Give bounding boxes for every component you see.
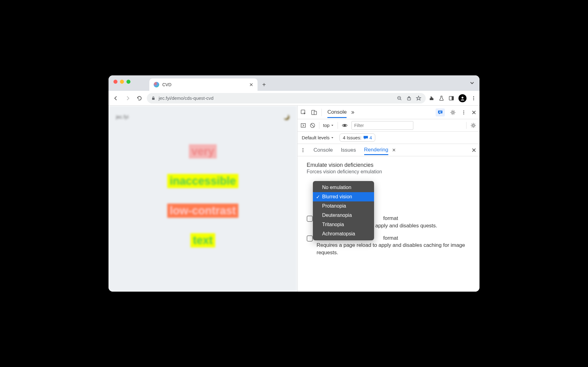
svg-point-17 bbox=[463, 113, 464, 114]
svg-rect-12 bbox=[439, 112, 441, 112]
inspect-icon[interactable] bbox=[300, 109, 307, 116]
vision-deficiency-title: Emulate vision deficiencies bbox=[307, 162, 470, 168]
format-checkbox-1[interactable] bbox=[307, 216, 313, 222]
page-viewport: jec.fyi 🌙 very inaccessible low-contrast… bbox=[109, 106, 297, 292]
option-protanopia[interactable]: Protanopia bbox=[313, 201, 374, 211]
drawer-menu-icon[interactable] bbox=[300, 148, 305, 153]
svg-rect-4 bbox=[452, 96, 454, 100]
svg-point-6 bbox=[473, 96, 474, 97]
sample-words: very inaccessible low-contrast text bbox=[167, 144, 238, 247]
svg-point-7 bbox=[473, 98, 474, 99]
format-checkbox-2[interactable] bbox=[307, 235, 313, 242]
tab-strip: CVD ✕ + bbox=[109, 75, 479, 91]
url-path: /demo/cds-quest-cvd bbox=[170, 95, 213, 101]
svg-point-8 bbox=[473, 99, 474, 100]
close-window-button[interactable] bbox=[113, 80, 117, 84]
word-text: text bbox=[190, 233, 215, 247]
omnibox-actions bbox=[397, 95, 421, 101]
drawer-tab-console[interactable]: Console bbox=[313, 147, 333, 153]
svg-point-24 bbox=[303, 151, 304, 152]
rendering-panel: Emulate vision deficiencies Forces visio… bbox=[297, 156, 479, 292]
profile-avatar[interactable] bbox=[458, 94, 467, 102]
vision-deficiency-desc: Forces vision deficiency emulation bbox=[307, 169, 470, 175]
url-host: jec.fyi bbox=[159, 95, 170, 101]
device-toggle-icon[interactable] bbox=[311, 109, 317, 116]
theme-toggle[interactable]: 🌙 bbox=[283, 114, 290, 120]
messages-icon[interactable] bbox=[436, 108, 445, 116]
option-no-emulation[interactable]: No emulation bbox=[313, 183, 374, 192]
word-very: very bbox=[189, 144, 217, 158]
svg-rect-13 bbox=[439, 112, 441, 113]
close-rendering-tab-icon[interactable]: ✕ bbox=[392, 147, 396, 153]
lock-icon bbox=[151, 96, 156, 100]
drawer-tabs: Console Issues Rendering ✕ bbox=[297, 144, 479, 156]
favicon bbox=[154, 82, 159, 87]
browser-tab[interactable]: CVD ✕ bbox=[149, 78, 258, 91]
more-panels-icon[interactable] bbox=[351, 110, 356, 115]
svg-point-23 bbox=[303, 150, 304, 150]
site-label: jec.fyi bbox=[116, 114, 129, 120]
menu-icon[interactable] bbox=[471, 95, 476, 101]
live-expression-icon[interactable] bbox=[342, 122, 348, 129]
option-deuteranopia[interactable]: Deuteranopia bbox=[313, 211, 374, 220]
maximize-window-button[interactable] bbox=[126, 80, 130, 84]
close-devtools-icon[interactable] bbox=[471, 110, 476, 115]
browser-window: CVD ✕ + jec.fyi/demo/cds-quest-cvd bbox=[109, 75, 479, 292]
forward-button[interactable] bbox=[123, 94, 132, 103]
sidepanel-icon[interactable] bbox=[449, 95, 454, 101]
minimize-window-button[interactable] bbox=[120, 80, 124, 84]
context-selector[interactable]: top bbox=[323, 123, 334, 128]
settings-icon[interactable] bbox=[450, 109, 456, 116]
word-low-contrast: low-contrast bbox=[167, 204, 238, 218]
browser-actions bbox=[429, 94, 476, 102]
clear-console-icon[interactable] bbox=[310, 123, 315, 128]
devtools-toolbar: Console bbox=[297, 106, 479, 119]
toolbar: jec.fyi/demo/cds-quest-cvd bbox=[109, 91, 479, 106]
svg-point-16 bbox=[463, 112, 464, 113]
console-toolbar: top bbox=[297, 119, 479, 132]
tab-title: CVD bbox=[162, 82, 246, 87]
share-icon[interactable] bbox=[407, 96, 411, 101]
option-blurred-vision[interactable]: Blurred vision bbox=[313, 192, 374, 201]
console-subtoolbar: Default levels 4 Issues: 4 bbox=[297, 132, 479, 144]
panel-console[interactable]: Console bbox=[327, 107, 347, 118]
svg-point-5 bbox=[462, 97, 463, 99]
issues-label: 4 Issues: bbox=[343, 135, 361, 140]
drawer-tab-issues[interactable]: Issues bbox=[341, 147, 356, 153]
close-drawer-icon[interactable] bbox=[471, 148, 476, 153]
window-controls bbox=[113, 80, 130, 84]
issues-badge: 4 bbox=[363, 135, 372, 140]
devtools-menu-icon[interactable] bbox=[461, 110, 467, 115]
drawer-tab-rendering[interactable]: Rendering bbox=[364, 145, 388, 155]
option-achromatopsia[interactable]: Achromatopsia bbox=[313, 229, 374, 238]
close-tab-icon[interactable]: ✕ bbox=[249, 82, 253, 88]
new-tab-button[interactable]: + bbox=[259, 81, 269, 91]
console-settings-icon[interactable] bbox=[470, 122, 476, 129]
vision-deficiency-dropdown: No emulation Blurred vision Protanopia D… bbox=[313, 181, 374, 240]
page-header: jec.fyi 🌙 bbox=[115, 112, 291, 123]
svg-rect-11 bbox=[314, 111, 317, 115]
issues-pill[interactable]: 4 Issues: 4 bbox=[339, 133, 375, 142]
content-area: jec.fyi 🌙 very inaccessible low-contrast… bbox=[109, 106, 479, 292]
bookmark-icon[interactable] bbox=[416, 95, 421, 101]
svg-point-15 bbox=[463, 110, 464, 111]
svg-point-14 bbox=[452, 112, 454, 113]
extensions-icon[interactable] bbox=[429, 95, 434, 101]
svg-point-22 bbox=[303, 148, 304, 149]
labs-icon[interactable] bbox=[439, 95, 444, 101]
svg-point-21 bbox=[472, 124, 474, 126]
levels-selector[interactable]: Default levels bbox=[302, 135, 334, 140]
filter-input[interactable] bbox=[352, 121, 413, 130]
svg-rect-0 bbox=[152, 98, 155, 100]
svg-rect-18 bbox=[301, 124, 305, 127]
devtools: Console top bbox=[297, 106, 479, 292]
zoom-icon[interactable] bbox=[397, 95, 402, 101]
tabs-menu-icon[interactable] bbox=[470, 80, 475, 85]
option-tritanopia[interactable]: Tritanopia bbox=[313, 220, 374, 229]
address-bar[interactable]: jec.fyi/demo/cds-quest-cvd bbox=[147, 93, 426, 103]
back-button[interactable] bbox=[112, 94, 120, 103]
word-inaccessible: inaccessible bbox=[167, 174, 238, 188]
reload-button[interactable] bbox=[135, 94, 144, 103]
sidebar-toggle-icon[interactable] bbox=[300, 123, 306, 128]
